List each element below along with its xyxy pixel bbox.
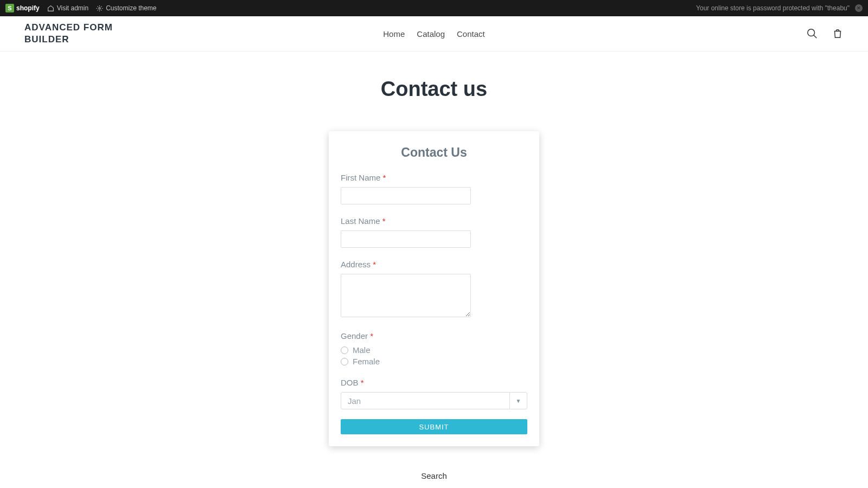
last-name-label-text: Last Name: [341, 216, 380, 226]
address-group: Address *: [341, 260, 527, 319]
shopify-brand-text: shopify: [16, 4, 40, 12]
dob-group: DOB * Jan ▼: [341, 378, 527, 409]
dob-select-value: Jan: [341, 396, 509, 406]
site-header: ADVANCED FORM BUILDER Home Catalog Conta…: [0, 16, 868, 52]
svg-line-2: [814, 35, 817, 38]
first-name-input[interactable]: [341, 187, 471, 204]
footer-search-link[interactable]: Search: [0, 471, 868, 480]
customize-theme-label: Customize theme: [106, 4, 156, 12]
address-label: Address *: [341, 260, 527, 269]
last-name-input[interactable]: [341, 230, 471, 248]
customize-theme-link[interactable]: Customize theme: [96, 4, 156, 12]
address-label-text: Address: [341, 260, 371, 269]
cart-icon[interactable]: [832, 28, 844, 40]
dob-label-text: DOB: [341, 378, 359, 387]
first-name-label: First Name *: [341, 173, 527, 182]
gender-option-female[interactable]: Female: [341, 357, 527, 366]
admin-bar-right: Your online store is password protected …: [696, 4, 863, 12]
submit-button[interactable]: SUBMIT: [341, 419, 527, 434]
dob-select[interactable]: Jan ▼: [341, 392, 527, 409]
dob-label: DOB *: [341, 378, 527, 387]
gender-male-label: Male: [353, 345, 371, 355]
gender-option-male[interactable]: Male: [341, 345, 527, 355]
svg-point-0: [99, 7, 100, 9]
admin-bar-left: S shopify Visit admin Customize theme: [5, 4, 157, 12]
shopify-admin-bar: S shopify Visit admin Customize theme Yo…: [0, 0, 868, 16]
required-asterisk: *: [382, 216, 386, 226]
svg-point-1: [808, 29, 815, 36]
nav-home[interactable]: Home: [383, 29, 405, 38]
chevron-down-icon: ▼: [509, 393, 527, 409]
required-asterisk: *: [383, 173, 386, 182]
page-title: Contact us: [0, 78, 868, 101]
gender-label-text: Gender: [341, 331, 368, 341]
first-name-label-text: First Name: [341, 173, 380, 182]
nav-contact[interactable]: Contact: [457, 29, 485, 38]
close-icon[interactable]: ✕: [855, 4, 863, 12]
required-asterisk: *: [370, 331, 373, 341]
gender-label: Gender *: [341, 331, 527, 341]
shopify-logo[interactable]: S shopify: [5, 4, 40, 12]
last-name-group: Last Name *: [341, 216, 527, 248]
search-icon[interactable]: [806, 28, 818, 40]
radio-icon: [341, 346, 348, 354]
form-card-title: Contact Us: [341, 145, 527, 160]
visit-admin-label: Visit admin: [57, 4, 88, 12]
visit-admin-link[interactable]: Visit admin: [47, 4, 88, 12]
last-name-label: Last Name *: [341, 216, 527, 226]
address-input[interactable]: [341, 274, 471, 317]
shopify-bag-icon: S: [5, 4, 14, 12]
nav-catalog[interactable]: Catalog: [417, 29, 445, 38]
site-title[interactable]: ADVANCED FORM BUILDER: [24, 22, 133, 46]
required-asterisk: *: [361, 378, 364, 387]
gear-icon: [96, 5, 103, 12]
main-nav: Home Catalog Contact: [383, 29, 484, 38]
gender-female-label: Female: [353, 357, 380, 366]
password-notice: Your online store is password protected …: [696, 4, 850, 12]
gender-group: Gender * Male Female: [341, 331, 527, 366]
contact-form-card: Contact Us First Name * Last Name * Addr…: [329, 131, 539, 446]
radio-icon: [341, 358, 348, 365]
first-name-group: First Name *: [341, 173, 527, 204]
header-icons: [806, 28, 844, 40]
required-asterisk: *: [373, 260, 376, 269]
home-icon: [47, 5, 54, 12]
